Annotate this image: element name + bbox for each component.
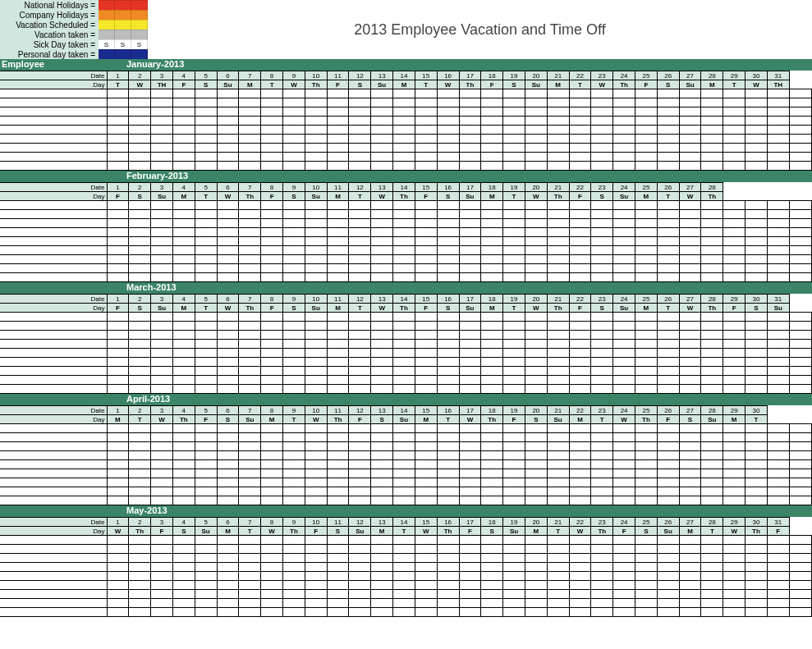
- grid-cell[interactable]: [657, 273, 679, 282]
- grid-cell[interactable]: [657, 536, 679, 545]
- grid-cell[interactable]: [195, 313, 217, 322]
- date-cell[interactable]: 21: [547, 406, 569, 415]
- grid-cell[interactable]: [349, 201, 371, 210]
- grid-cell[interactable]: [613, 135, 635, 144]
- grid-cell[interactable]: [679, 349, 701, 358]
- grid-cell[interactable]: [591, 255, 613, 264]
- grid-cell[interactable]: [481, 228, 503, 237]
- grid-cell[interactable]: [657, 496, 679, 505]
- grid-cell[interactable]: [635, 126, 658, 135]
- date-cell[interactable]: 12: [349, 295, 371, 304]
- grid-cell[interactable]: [283, 478, 305, 487]
- day-cell[interactable]: T: [745, 415, 768, 424]
- grid-cell[interactable]: [745, 478, 768, 487]
- grid-cell[interactable]: [613, 563, 635, 572]
- day-cell[interactable]: W: [129, 80, 151, 89]
- grid-cell[interactable]: [547, 273, 569, 282]
- grid-cell[interactable]: [349, 117, 371, 126]
- grid-cell[interactable]: [283, 219, 305, 228]
- date-cell[interactable]: 9: [283, 183, 305, 192]
- grid-cell[interactable]: [481, 210, 503, 219]
- grid-cell[interactable]: [459, 545, 481, 554]
- grid-cell[interactable]: [415, 313, 437, 322]
- grid-cell[interactable]: [591, 581, 613, 590]
- grid-cell[interactable]: [613, 201, 635, 210]
- grid-cell[interactable]: [107, 246, 129, 255]
- grid-cell[interactable]: [107, 340, 129, 349]
- date-cell[interactable]: 1: [107, 406, 129, 415]
- grid-cell[interactable]: [789, 98, 811, 107]
- grid-cell[interactable]: [172, 478, 195, 487]
- grid-cell[interactable]: [613, 126, 635, 135]
- date-cell[interactable]: 23: [591, 295, 613, 304]
- date-cell[interactable]: 12: [349, 183, 371, 192]
- grid-cell[interactable]: [371, 219, 393, 228]
- grid-cell[interactable]: [635, 367, 658, 376]
- date-cell[interactable]: 17: [459, 295, 481, 304]
- grid-cell[interactable]: [503, 536, 525, 545]
- grid-cell[interactable]: [261, 554, 283, 563]
- day-cell[interactable]: S: [679, 415, 701, 424]
- date-cell[interactable]: 4: [172, 183, 195, 192]
- date-cell[interactable]: 10: [305, 183, 327, 192]
- grid-cell[interactable]: [217, 273, 239, 282]
- day-cell[interactable]: M: [481, 304, 503, 313]
- date-cell[interactable]: 17: [459, 71, 481, 80]
- grid-cell[interactable]: [569, 376, 591, 385]
- grid-cell[interactable]: [657, 331, 679, 340]
- day-cell[interactable]: Su: [767, 304, 789, 313]
- grid-cell[interactable]: [481, 376, 503, 385]
- grid-cell[interactable]: [239, 599, 261, 608]
- grid-cell[interactable]: [129, 478, 151, 487]
- grid-cell[interactable]: [261, 599, 283, 608]
- grid-cell[interactable]: [437, 608, 459, 617]
- grid-cell[interactable]: [107, 433, 129, 442]
- grid-cell[interactable]: [393, 144, 415, 153]
- grid-cell[interactable]: [371, 424, 393, 433]
- grid-cell[interactable]: [349, 340, 371, 349]
- grid-cell[interactable]: [195, 331, 217, 340]
- date-cell[interactable]: 4: [172, 406, 195, 415]
- grid-cell[interactable]: [525, 424, 547, 433]
- grid-cell[interactable]: [547, 331, 569, 340]
- grid-cell[interactable]: [151, 117, 173, 126]
- grid-cell[interactable]: [327, 442, 349, 451]
- grid-cell[interactable]: [679, 89, 701, 98]
- grid-cell[interactable]: [657, 487, 679, 496]
- grid-cell[interactable]: [635, 322, 658, 331]
- grid-cell[interactable]: [503, 117, 525, 126]
- grid-cell[interactable]: [437, 358, 459, 367]
- grid-cell[interactable]: [613, 340, 635, 349]
- grid-cell[interactable]: [151, 264, 173, 273]
- grid-cell[interactable]: [239, 469, 261, 478]
- grid-cell[interactable]: [657, 590, 679, 599]
- grid-cell[interactable]: [172, 144, 195, 153]
- grid-cell[interactable]: [239, 581, 261, 590]
- grid-cell[interactable]: [591, 572, 613, 581]
- date-cell[interactable]: 15: [415, 183, 437, 192]
- grid-cell[interactable]: [591, 340, 613, 349]
- grid-cell[interactable]: [701, 255, 723, 264]
- grid-cell[interactable]: [459, 478, 481, 487]
- grid-cell[interactable]: [283, 545, 305, 554]
- grid-cell[interactable]: [481, 349, 503, 358]
- grid-cell[interactable]: [305, 126, 327, 135]
- grid-cell[interactable]: [525, 581, 547, 590]
- grid-cell[interactable]: [195, 554, 217, 563]
- grid-cell[interactable]: [745, 376, 768, 385]
- grid-cell[interactable]: [305, 273, 327, 282]
- grid-cell[interactable]: [657, 367, 679, 376]
- day-cell[interactable]: W: [217, 304, 239, 313]
- grid-cell[interactable]: [613, 219, 635, 228]
- grid-cell[interactable]: [349, 153, 371, 162]
- grid-cell[interactable]: [767, 581, 789, 590]
- day-cell[interactable]: S: [437, 304, 459, 313]
- grid-cell[interactable]: [679, 98, 701, 107]
- grid-cell[interactable]: [459, 581, 481, 590]
- grid-cell[interactable]: [569, 273, 591, 282]
- grid-cell[interactable]: [591, 590, 613, 599]
- grid-cell[interactable]: [415, 228, 437, 237]
- grid-cell[interactable]: [239, 496, 261, 505]
- grid-cell[interactable]: [503, 581, 525, 590]
- grid-cell[interactable]: [547, 255, 569, 264]
